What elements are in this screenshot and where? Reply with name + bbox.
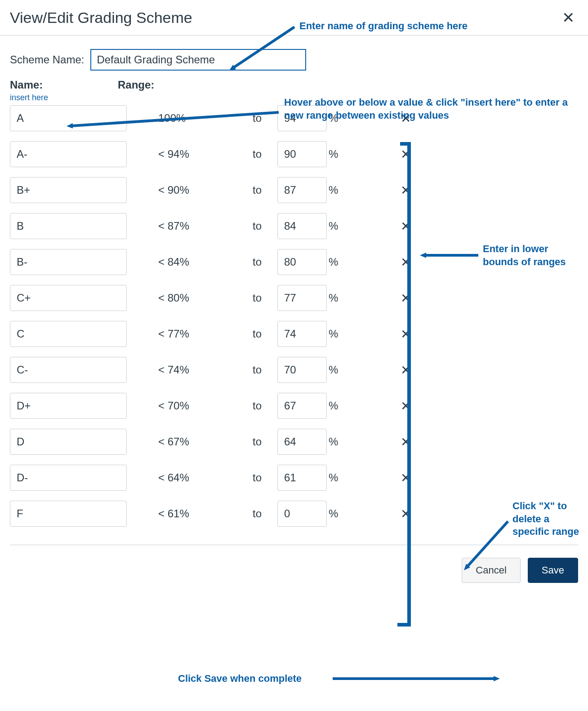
close-icon[interactable]: ✕ [558,8,578,27]
grade-name-input[interactable] [10,285,127,311]
upper-bound-label: < 64% [158,471,253,484]
percent-label: % [329,112,338,124]
grade-row: < 90%to%✕ [10,177,578,203]
dialog-title: View/Edit Grading Scheme [10,9,192,27]
grade-row: < 87%to%✕ [10,213,578,239]
upper-bound-label: < 87% [158,220,253,232]
grade-row: < 77%to%✕ [10,321,578,347]
grade-row: < 64%to%✕ [10,465,578,491]
grade-name-input[interactable] [10,141,127,167]
delete-row-icon[interactable]: ✕ [396,255,414,270]
lower-bound-input[interactable] [277,249,327,275]
to-label: to [253,471,277,484]
grade-row: < 61%to%✕ [10,501,578,527]
to-label: to [253,112,277,124]
to-label: to [253,292,277,304]
grade-row: 100%to%✕ [10,105,578,131]
grade-row: < 70%to%✕ [10,393,578,419]
scheme-name-input[interactable] [90,49,306,71]
delete-row-icon[interactable]: ✕ [396,183,414,198]
column-header-range: Range: [118,79,154,91]
percent-label: % [329,184,338,196]
grade-name-input[interactable] [10,429,127,455]
to-label: to [253,364,277,376]
upper-bound-label: < 84% [158,256,253,268]
percent-label: % [329,256,338,268]
delete-row-icon[interactable]: ✕ [396,435,414,449]
lower-bound-input[interactable] [277,465,327,491]
lower-bound-input[interactable] [277,177,327,203]
upper-bound-label: < 67% [158,435,253,448]
lower-bound-input[interactable] [277,105,327,131]
to-label: to [253,435,277,448]
to-label: to [253,256,277,268]
lower-bound-input[interactable] [277,285,327,311]
grade-row: < 94%to%✕ [10,141,578,167]
grade-row: < 74%to%✕ [10,357,578,383]
delete-row-icon[interactable]: ✕ [396,147,414,162]
delete-row-icon[interactable]: ✕ [396,291,414,306]
delete-row-icon[interactable]: ✕ [396,327,414,342]
grade-name-input[interactable] [10,177,127,203]
delete-row-icon[interactable]: ✕ [396,507,414,521]
upper-bound-label: < 74% [158,364,253,376]
grade-row: < 67%to%✕ [10,429,578,455]
to-label: to [253,400,277,412]
delete-row-icon[interactable]: ✕ [396,363,414,378]
percent-label: % [329,400,338,412]
delete-row-icon[interactable]: ✕ [396,219,414,234]
grade-name-input[interactable] [10,249,127,275]
upper-bound-label: < 61% [158,507,253,520]
to-label: to [253,220,277,232]
lower-bound-input[interactable] [277,141,327,167]
insert-here-link[interactable]: insert here [0,91,588,105]
scheme-name-label: Scheme Name: [10,53,84,66]
delete-row-icon[interactable]: ✕ [396,111,414,126]
grade-name-input[interactable] [10,213,127,239]
upper-bound-label: < 90% [158,184,253,196]
percent-label: % [329,471,338,484]
to-label: to [253,148,277,160]
lower-bound-input[interactable] [277,501,327,527]
percent-label: % [329,364,338,376]
to-label: to [253,184,277,196]
to-label: to [253,507,277,520]
grade-name-input[interactable] [10,501,127,527]
upper-bound-label: < 80% [158,292,253,304]
upper-bound-label: < 70% [158,400,253,412]
lower-bound-input[interactable] [277,429,327,455]
percent-label: % [329,148,338,160]
percent-label: % [329,435,338,448]
column-header-name: Name: [10,79,118,91]
percent-label: % [329,328,338,340]
grade-row: < 84%to%✕ [10,249,578,275]
lower-bound-input[interactable] [277,357,327,383]
save-button[interactable]: Save [528,558,578,583]
upper-bound-label: < 94% [158,148,253,160]
grade-row: < 80%to%✕ [10,285,578,311]
lower-bound-input[interactable] [277,213,327,239]
percent-label: % [329,220,338,232]
annotation-click-save: Click Save when complete [178,672,302,685]
upper-bound-label: 100% [158,112,253,124]
upper-bound-label: < 77% [158,328,253,340]
percent-label: % [329,292,338,304]
grade-name-input[interactable] [10,105,127,131]
cancel-button[interactable]: Cancel [462,558,520,583]
grade-name-input[interactable] [10,465,127,491]
to-label: to [253,328,277,340]
lower-bound-input[interactable] [277,393,327,419]
lower-bound-input[interactable] [277,321,327,347]
delete-row-icon[interactable]: ✕ [396,399,414,413]
grade-name-input[interactable] [10,357,127,383]
delete-row-icon[interactable]: ✕ [396,471,414,485]
percent-label: % [329,507,338,520]
grade-name-input[interactable] [10,321,127,347]
grade-name-input[interactable] [10,393,127,419]
